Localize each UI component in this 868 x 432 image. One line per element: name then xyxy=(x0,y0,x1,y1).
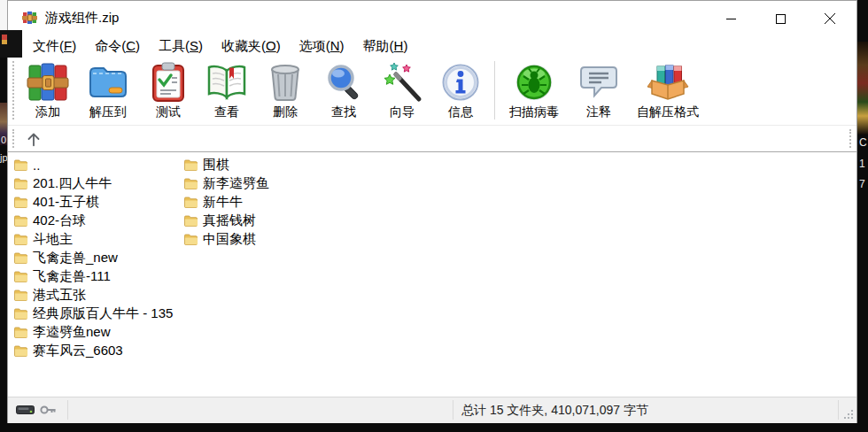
folder-item[interactable]: 402-台球 xyxy=(14,212,178,230)
toolbar-label: 查看 xyxy=(214,104,239,120)
delete-trash-icon xyxy=(264,61,306,104)
folder-name: .. xyxy=(33,158,40,173)
folder-icon xyxy=(14,234,28,245)
folder-name: 402-台球 xyxy=(33,212,86,229)
folder-item[interactable]: 真摇钱树 xyxy=(184,212,348,230)
winrar-archive-icon xyxy=(27,61,69,104)
folder-item[interactable]: 围棋 xyxy=(184,156,348,174)
folder-name: 新牛牛 xyxy=(203,194,243,211)
folder-item[interactable]: .. xyxy=(14,156,178,174)
info-button[interactable]: 信息 xyxy=(433,59,488,121)
wizard-button[interactable]: 向导 xyxy=(375,59,430,121)
winrar-window: 游戏组件.zip 文件(F) 命令(C) 工具(S) 收藏夹(O) 选项(N) … xyxy=(7,0,857,423)
folder-icon xyxy=(184,159,198,171)
folder-item[interactable]: 201.四人牛牛 xyxy=(14,174,178,193)
toolbar: 添加 解压到 测试 xyxy=(20,59,709,121)
desktop-label-fragment: C xyxy=(859,137,867,148)
folder-item[interactable]: 中国象棋 xyxy=(184,230,348,249)
winrar-app-icon xyxy=(22,11,38,25)
folder-icon xyxy=(184,215,198,227)
folder-name: 飞禽走兽-111 xyxy=(33,268,111,285)
virus-scan-icon xyxy=(513,61,555,104)
folder-item[interactable]: 斗地主 xyxy=(14,230,178,249)
folder-name: 真摇钱树 xyxy=(203,212,256,229)
minimize-button[interactable] xyxy=(706,1,756,36)
folder-name: 中国象棋 xyxy=(203,231,256,248)
toolbar-label: 自解压格式 xyxy=(637,104,699,120)
address-bar xyxy=(8,125,856,152)
menu-tools[interactable]: 工具(S) xyxy=(151,37,210,56)
file-list-column-2: 围棋 新李逵劈鱼 新牛牛 xyxy=(184,156,348,249)
folder-item[interactable]: 401-五子棋 xyxy=(14,193,178,212)
address-bar-right-grip[interactable] xyxy=(849,129,851,148)
title-bar[interactable]: 游戏组件.zip xyxy=(8,1,856,36)
folder-name: 飞禽走兽_new xyxy=(33,250,118,266)
folder-item[interactable]: 经典原版百人牛牛 - 135 xyxy=(14,305,178,323)
toolbar-label: 添加 xyxy=(35,104,60,120)
folder-item[interactable]: 港式五张 xyxy=(14,286,178,305)
folder-icon xyxy=(14,178,28,189)
file-list: .. 201.四人牛牛 401-五子棋 xyxy=(8,152,856,397)
view-button[interactable]: 查看 xyxy=(199,59,254,121)
folder-item[interactable]: 李逵劈鱼new xyxy=(14,323,178,342)
find-magnifier-icon xyxy=(322,61,365,104)
close-button[interactable] xyxy=(805,1,855,36)
comment-button[interactable]: 注释 xyxy=(571,59,626,121)
extract-to-button[interactable]: 解压到 xyxy=(79,59,137,121)
status-bar xyxy=(8,397,856,423)
status-separator xyxy=(838,400,839,420)
window-title: 游戏组件.zip xyxy=(45,10,119,27)
toolbar-label: 查找 xyxy=(331,104,356,120)
folder-name: 斗地主 xyxy=(33,231,73,248)
folder-name: 港式五张 xyxy=(33,287,86,304)
folder-icon xyxy=(184,178,198,189)
desktop-label-fragment: 1 xyxy=(859,158,865,169)
folder-item[interactable]: 赛车风云_6603 xyxy=(14,342,178,360)
scan-virus-button[interactable]: 扫描病毒 xyxy=(500,59,568,121)
folder-icon xyxy=(14,159,28,171)
toolbar-grip[interactable] xyxy=(12,61,14,120)
add-button[interactable]: 添加 xyxy=(20,59,75,121)
test-clipboard-icon xyxy=(147,61,190,104)
folder-icon xyxy=(14,215,28,227)
menu-help[interactable]: 帮助(H) xyxy=(356,37,415,56)
sfx-button[interactable]: 自解压格式 xyxy=(630,59,706,121)
desktop-thumbnail-fragment xyxy=(2,35,7,44)
menu-options[interactable]: 选项(N) xyxy=(292,37,352,56)
file-list-column-1: .. 201.四人牛牛 401-五子棋 xyxy=(14,156,178,360)
status-separator xyxy=(67,400,68,420)
extract-folder-icon xyxy=(87,61,129,104)
delete-button[interactable]: 删除 xyxy=(258,59,313,121)
resize-grip[interactable] xyxy=(842,408,854,420)
folder-icon xyxy=(14,327,28,338)
drive-icon[interactable] xyxy=(16,404,35,416)
menu-favorites[interactable]: 收藏夹(O) xyxy=(214,37,288,56)
menu-file[interactable]: 文件(F) xyxy=(26,37,83,56)
desktop-label-fragment: 0 xyxy=(1,135,6,145)
folder-name: 赛车风云_6603 xyxy=(33,343,123,359)
status-icons xyxy=(16,404,57,416)
test-button[interactable]: 测试 xyxy=(141,59,196,121)
toolbar-label: 向导 xyxy=(390,104,415,120)
folder-item[interactable]: 新牛牛 xyxy=(184,193,348,212)
address-bar-grip[interactable] xyxy=(12,129,14,148)
find-button[interactable]: 查找 xyxy=(316,59,371,121)
folder-name: 新李逵劈鱼 xyxy=(203,175,269,192)
folder-item[interactable]: 新李逵劈鱼 xyxy=(184,174,348,193)
menu-commands[interactable]: 命令(C) xyxy=(88,37,147,56)
maximize-button[interactable] xyxy=(756,1,805,36)
folder-icon xyxy=(14,252,28,264)
desktop-thumbnail-fragment xyxy=(857,42,868,135)
toolbar-label: 删除 xyxy=(273,104,298,120)
folder-icon xyxy=(14,308,28,320)
view-book-icon xyxy=(205,61,248,104)
close-icon xyxy=(825,13,835,24)
up-one-level-button[interactable] xyxy=(20,127,47,150)
key-icon[interactable] xyxy=(40,404,57,416)
maximize-icon xyxy=(776,14,786,24)
folder-name: 201.四人牛牛 xyxy=(33,175,112,192)
folder-item[interactable]: 飞禽走兽_new xyxy=(14,249,178,267)
comment-icon xyxy=(577,61,620,104)
folder-item[interactable]: 飞禽走兽-111 xyxy=(14,267,178,286)
folder-icon xyxy=(14,271,28,282)
